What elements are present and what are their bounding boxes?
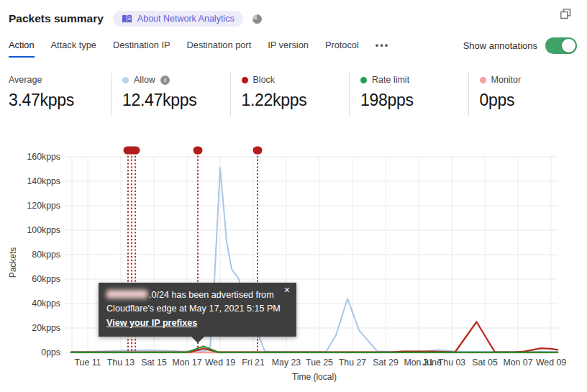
x-axis-title: Time (local) [292,372,337,382]
annotation-marker[interactable] [193,147,202,155]
stat-value: 198pps [360,91,468,110]
about-network-analytics-link[interactable]: About Network Analytics [113,11,243,27]
y-tick-label: 60kpps [32,274,60,284]
tab-destination-port[interactable]: Destination port [187,40,252,56]
tooltip-text-line1: .0/24 has been advertised from [106,288,288,302]
y-tick-label: 100kpps [27,225,61,235]
tab-action[interactable]: Action [9,40,35,58]
stat-average: Average3.47kpps [9,73,111,116]
x-tick-label: Sat 29 [373,357,399,368]
show-annotations-control: Show annotations [463,37,577,54]
toggle-knob [562,39,575,53]
stat-label: Monitor [491,75,522,85]
y-tick-label: 160kpps [27,152,61,162]
tooltip-close-icon[interactable]: × [284,285,290,295]
x-tick-label: May 23 [272,357,301,368]
stat-label: Average [9,75,42,85]
x-tick-label: Wed 09 [536,357,566,368]
x-tick-label: Thu 13 [107,357,135,368]
stat-block: Block1.22kpps [230,73,350,116]
x-tick-label: Thu 03 [438,357,465,368]
y-tick-label: 20kpps [32,323,60,333]
page-title: Packets summary [9,12,104,25]
annotation-marker[interactable] [123,147,140,155]
y-tick-label: 120kpps [27,201,61,211]
x-tick-label: Mon 17 [172,357,201,368]
annotation-marker[interactable] [252,147,262,155]
y-tick-label: 0pps [41,347,60,357]
legend-dot [360,77,367,83]
stats-row: Average3.47kppsAllowi12.47kppsBlock1.22k… [0,73,587,116]
stat-value: 3.47kpps [9,91,111,110]
book-icon [122,14,132,24]
stat-rate-limit: Rate limit198pps [349,73,468,116]
x-tick-label: Sat 15 [141,357,167,368]
tabs-row: ActionAttack typeDestination IPDestinati… [0,29,587,63]
x-tick-label: Wed 19 [205,357,235,368]
y-tick-label: 140kpps [27,176,61,186]
show-annotations-label: Show annotations [463,40,537,51]
tooltip-text-line2: Cloudflare's edge at May 17, 2021 5:15 P… [106,302,288,316]
stat-value: 0pps [480,91,587,110]
x-tick-label: Fri 21 [242,357,265,368]
usage-meter-icon [252,14,262,24]
x-tick-label: Thu 27 [339,357,366,368]
stat-value: 12.47kpps [122,91,230,110]
tab-ip-version[interactable]: IP version [268,40,309,56]
tabs-more-button[interactable]: ••• [376,40,389,56]
window-restore-icon[interactable] [560,9,571,19]
y-tick-label: 80kpps [32,250,60,260]
tab-destination-ip[interactable]: Destination IP [113,40,170,56]
x-tick-label: Mon 07 [503,357,532,368]
about-link-label: About Network Analytics [137,14,235,24]
info-icon[interactable]: i [160,76,170,85]
y-axis-title: Packets [8,247,18,278]
chart-canvas[interactable]: 160kpps140kpps120kpps100kpps80kpps60kpps… [0,137,587,392]
stat-value: 1.22kpps [242,91,350,110]
x-month-label: June [422,357,442,368]
tooltip-caret [191,336,205,343]
page-header: Packets summary About Network Analytics [0,0,587,29]
stat-label: Block [253,75,276,85]
stat-label: Allow [134,75,155,85]
chart-area: 160kpps140kpps120kpps100kpps80kpps60kpps… [0,137,587,392]
legend-dot [122,77,129,83]
x-tick-label: Sat 05 [472,357,498,368]
tab-protocol[interactable]: Protocol [325,40,359,56]
stat-monitor: Monitor0pps [468,73,587,116]
stat-label: Rate limit [372,75,409,85]
x-tick-label: Tue 11 [75,357,101,368]
legend-dot [242,77,248,83]
x-tick-label: Tue 25 [306,357,333,368]
annotation-tooltip: × .0/24 has been advertised from Cloudfl… [99,283,296,337]
stat-allow: Allowi12.47kpps [111,73,230,116]
show-annotations-toggle[interactable] [545,37,577,54]
y-tick-label: 40kpps [32,298,60,309]
view-ip-prefixes-link[interactable]: View your IP prefixes [106,316,197,330]
legend-dot [480,77,486,83]
tab-attack-type[interactable]: Attack type [51,40,96,56]
redacted-ip-prefix [106,290,147,298]
